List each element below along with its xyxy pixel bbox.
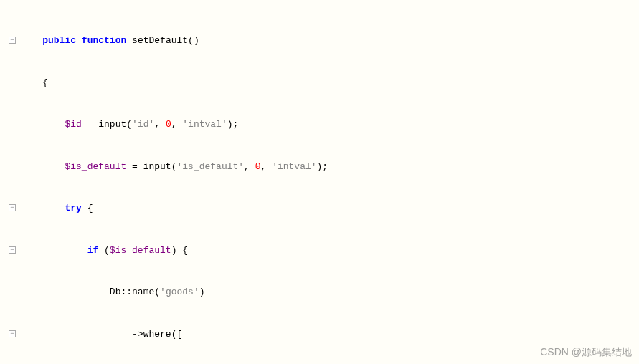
- fold-toggle[interactable]: −: [9, 330, 16, 337]
- code-line: − ->where([: [3, 327, 636, 342]
- fold-toggle[interactable]: −: [9, 204, 16, 211]
- watermark: CSDN @源码集结地: [540, 345, 632, 360]
- fold-gutter: [3, 285, 20, 300]
- fold-gutter: −: [3, 201, 20, 216]
- fold-gutter: [3, 160, 20, 174]
- fold-gutter: −: [3, 34, 20, 48]
- code-line: $id = input('id', 0, 'intval');: [3, 118, 636, 132]
- code-line: $is_default = input('is_default', 0, 'in…: [3, 160, 636, 174]
- code-line: − public function setDefault(): [3, 34, 636, 48]
- code-line: {: [3, 76, 636, 90]
- code-line: Db::name('goods'): [3, 285, 636, 300]
- fold-gutter: −: [3, 327, 20, 342]
- fold-gutter: −: [3, 244, 20, 258]
- fold-gutter: [3, 118, 20, 132]
- fold-gutter: [3, 76, 20, 90]
- fold-toggle[interactable]: −: [9, 37, 16, 44]
- code-line: − try {: [3, 201, 636, 216]
- code-line: − if ($is_default) {: [3, 244, 636, 258]
- code-block: − public function setDefault() { $id = i…: [0, 0, 639, 364]
- fold-toggle[interactable]: −: [9, 246, 16, 254]
